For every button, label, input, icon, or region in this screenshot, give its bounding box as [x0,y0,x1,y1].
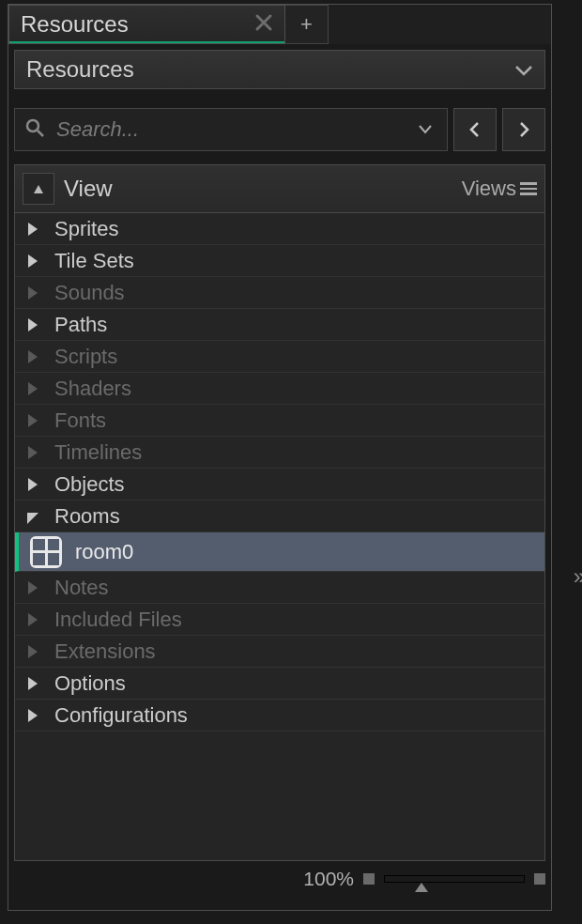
expand-icon[interactable] [24,221,41,238]
search-icon [24,117,45,142]
tree-folder-label: Tile Sets [54,249,134,273]
tab-label: Resources [21,11,129,38]
expand-icon[interactable] [24,444,41,461]
tree-item-room[interactable]: room0 [15,532,544,572]
plus-icon: + [300,12,313,37]
tree-folder-label: Options [54,671,126,696]
tree-folder-label: Shaders [54,377,131,401]
status-bar: 100% [14,865,545,893]
expand-icon[interactable] [24,643,41,660]
tree-folder-label: Extensions [54,639,156,664]
tree-folder[interactable]: Rooms [15,500,544,532]
search-row [14,108,545,151]
view-label: View [64,176,113,202]
section-header[interactable]: Resources [14,50,545,89]
expand-icon[interactable] [24,579,41,596]
tab-resources[interactable]: Resources [8,5,285,44]
views-menu-label: Views [462,177,516,201]
tree-folder-label: Scripts [54,345,117,369]
expand-icon[interactable] [24,380,41,397]
expand-icon[interactable] [24,675,41,692]
tree-folder-label: Timelines [54,440,142,465]
tab-active-indicator [9,41,284,43]
search-dropdown-icon[interactable] [413,121,437,138]
tree-folder[interactable]: Options [15,668,544,700]
search-input[interactable] [56,117,402,142]
prev-button[interactable] [453,108,497,151]
tree-folder[interactable]: Extensions [15,636,544,668]
zoom-slider[interactable] [384,875,525,883]
tree-folder-label: Notes [54,576,108,600]
close-tab-icon[interactable] [254,11,273,38]
tree-folder-label: Sounds [54,281,125,305]
resources-panel: Resources + Resources [8,4,552,911]
zoom-slider-thumb[interactable] [415,883,428,892]
tree-folder[interactable]: Timelines [15,437,544,469]
expand-icon[interactable] [24,316,41,333]
tree-folder[interactable]: Sounds [15,277,544,309]
tree-folder-label: Included Files [54,608,182,632]
expand-icon[interactable] [24,253,41,270]
search-box [14,108,448,151]
expand-icon[interactable] [24,476,41,493]
tree-folder[interactable]: Configurations [15,700,544,732]
expand-icon[interactable] [24,348,41,365]
tree-folder-label: Fonts [54,408,106,433]
view-toggle-button[interactable] [23,173,54,205]
tree-folder[interactable]: Fonts [15,405,544,437]
tree-folder[interactable]: Scripts [15,341,544,373]
expand-icon[interactable] [24,707,41,724]
tree-item-label: room0 [75,540,133,564]
tree-folder[interactable]: Included Files [15,604,544,636]
tree-folder[interactable]: Sprites [15,213,544,245]
zoom-label: 100% [303,868,354,890]
view-header: View Views [14,164,545,213]
tree-folder[interactable]: Paths [15,309,544,341]
expand-icon[interactable] [24,508,41,525]
section-title: Resources [26,56,134,83]
svg-line-1 [38,131,43,136]
tree-folder[interactable]: Notes [15,572,544,604]
resource-tree: SpritesTile SetsSoundsPathsScriptsShader… [14,213,545,861]
views-menu-button[interactable]: Views [462,177,537,201]
svg-point-0 [27,120,38,131]
next-button[interactable] [502,108,545,151]
hamburger-icon [520,182,537,195]
zoom-max-icon[interactable] [534,873,545,885]
tree-folder[interactable]: Tile Sets [15,245,544,277]
tab-strip: Resources + [8,5,551,44]
tree-folder-label: Configurations [54,703,188,728]
expand-icon[interactable] [24,611,41,628]
new-tab-button[interactable]: + [285,5,329,44]
chevron-down-icon [514,56,533,83]
expand-icon[interactable] [24,285,41,301]
tree-folder[interactable]: Shaders [15,373,544,405]
tree-folder[interactable]: Objects [15,469,544,500]
expand-icon[interactable] [24,412,41,429]
tree-folder-label: Rooms [54,504,120,529]
zoom-min-icon[interactable] [363,873,375,885]
expand-panel-icon[interactable]: » [574,563,580,590]
tree-folder-label: Objects [54,472,125,497]
room-icon [30,536,62,568]
tree-folder-label: Paths [54,313,107,337]
tree-folder-label: Sprites [54,217,118,241]
